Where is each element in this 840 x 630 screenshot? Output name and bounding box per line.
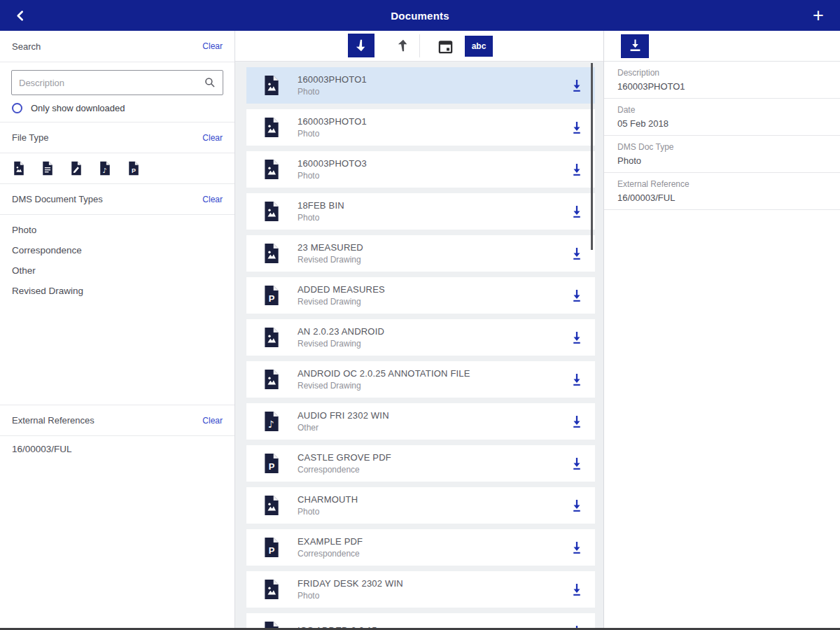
field-value: 05 Feb 2018 [617, 118, 840, 129]
document-title: ANDROID OC 2.0.25 ANNOTATION FILE [298, 368, 553, 379]
dms-type-item-other[interactable]: Other [12, 260, 223, 281]
pdf-file-icon[interactable] [127, 161, 140, 176]
calendar-icon [438, 38, 454, 55]
document-list-item[interactable]: ANDROID OC 2.0.25 ANNOTATION FILE Revise… [246, 361, 595, 398]
dms-types-section-header: DMS Document Types Clear [0, 183, 234, 215]
download-item-button[interactable] [570, 246, 584, 260]
document-text: 160003PHOTO3 Photo [298, 158, 595, 181]
file-type-icon [262, 243, 281, 264]
document-list-item[interactable]: 23 MEASURED Revised Drawing [246, 235, 595, 272]
document-list-item[interactable]: AN 2.0.23 ANDROID Revised Drawing [246, 319, 595, 356]
plus-icon: + [813, 6, 824, 25]
download-item-button[interactable] [570, 78, 584, 92]
document-title: 160003PHOTO1 [298, 74, 553, 85]
document-list-item[interactable]: CASTLE GROVE PDF Correspondence [246, 445, 595, 482]
document-list-item[interactable]: CHARMOUTH Photo [246, 487, 595, 524]
search-section-body: Description Only show downloaded [0, 62, 234, 122]
download-item-button[interactable] [570, 120, 584, 134]
only-show-downloaded-label: Only show downloaded [31, 103, 125, 113]
document-details-panel: Description 160003PHOTO1 Date 05 Feb 201… [603, 31, 840, 630]
field-value: 16/00003/FUL [617, 192, 840, 203]
radio-unchecked-icon [12, 103, 22, 113]
file-type-icon [262, 369, 281, 390]
document-list-item[interactable]: AUDIO FRI 2302 WIN Other [246, 403, 595, 440]
download-item-button[interactable] [570, 204, 584, 218]
dms-types-clear-link[interactable]: Clear [202, 195, 223, 204]
document-title: 18FEB BIN [298, 200, 553, 211]
download-item-button[interactable] [570, 288, 584, 302]
document-list-column: abc 160003PHOTO1 Photo 160003PHOTO1 Phot… [235, 31, 603, 630]
download-item-button[interactable] [570, 540, 584, 554]
dms-type-item-photo[interactable]: Photo [12, 220, 223, 240]
document-type-label: Revised Drawing [298, 297, 553, 307]
document-title: AN 2.0.23 ANDROID [298, 326, 553, 337]
scrollbar-thumb[interactable] [591, 63, 593, 250]
download-item-button[interactable] [570, 162, 584, 176]
file-type-icon [262, 579, 281, 600]
document-text: AN 2.0.23 ANDROID Revised Drawing [298, 326, 595, 349]
document-type-label: Revised Drawing [298, 381, 553, 391]
file-type-clear-link[interactable]: Clear [202, 133, 223, 143]
only-show-downloaded-toggle[interactable]: Only show downloaded [11, 103, 223, 113]
date-filter-button[interactable] [432, 34, 458, 58]
image-file-icon[interactable] [13, 161, 25, 176]
details-toolbar [604, 31, 840, 62]
dms-types-section-title: DMS Document Types [12, 194, 103, 204]
dms-type-item-revised-drawing[interactable]: Revised Drawing [12, 281, 223, 301]
field-value: Photo [617, 155, 840, 166]
external-refs-section-title: External References [12, 415, 94, 426]
external-ref-item[interactable]: 16/00003/FUL [0, 436, 234, 462]
document-text: EXAMPLE PDF Correspondence [298, 536, 595, 559]
dms-type-item-correspondence[interactable]: Correspondence [12, 240, 223, 260]
abc-label: abc [472, 41, 486, 51]
document-text: 160003PHOTO1 Photo [298, 74, 595, 97]
add-document-button[interactable]: + [804, 0, 833, 31]
field-dms-doc-type: DMS Doc Type Photo [604, 136, 840, 173]
download-item-button[interactable] [570, 582, 584, 596]
document-type-label: Revised Drawing [298, 339, 553, 349]
field-date: Date 05 Feb 2018 [604, 99, 840, 136]
document-text: 160003PHOTO1 Photo [298, 116, 595, 139]
external-refs-clear-link[interactable]: Clear [202, 416, 223, 426]
search-section-header: Search Clear [0, 31, 234, 62]
document-list-item[interactable]: 160003PHOTO3 Photo [246, 151, 595, 188]
document-list-item[interactable]: EXAMPLE PDF Correspondence [246, 529, 595, 566]
document-list-item[interactable]: ADDED MEASURES Revised Drawing [246, 277, 595, 314]
document-type-label: Correspondence [298, 465, 553, 475]
field-label: DMS Doc Type [617, 142, 840, 152]
document-file-icon[interactable] [41, 161, 54, 176]
document-list-item[interactable]: FRIDAY DESK 2302 WIN Photo [246, 571, 595, 608]
document-title: 23 MEASURED [298, 242, 553, 253]
description-search-input[interactable]: Description [11, 70, 223, 95]
document-list-item[interactable]: 160003PHOTO1 Photo [246, 109, 595, 146]
document-text: ANDROID OC 2.0.25 ANNOTATION FILE Revise… [298, 368, 595, 391]
document-title: CHARMOUTH [298, 494, 553, 505]
document-type-label: Revised Drawing [298, 255, 553, 265]
file-type-icon [262, 285, 281, 306]
sort-descending-button[interactable] [348, 34, 374, 57]
toolbar-divider [419, 34, 420, 57]
back-button[interactable] [6, 0, 35, 31]
audio-file-icon[interactable] [99, 161, 111, 176]
document-title: CASTLE GROVE PDF [298, 452, 553, 463]
download-item-button[interactable] [570, 456, 584, 470]
arrow-down-icon [354, 38, 369, 53]
drawing-file-icon[interactable] [70, 161, 83, 176]
document-list-item[interactable]: 18FEB BIN Photo [246, 193, 595, 230]
download-item-button[interactable] [570, 414, 584, 428]
document-text: CHARMOUTH Photo [298, 494, 595, 517]
search-clear-link[interactable]: Clear [202, 41, 223, 51]
file-type-icon [262, 411, 281, 432]
document-list-item[interactable]: 160003PHOTO1 Photo [246, 67, 595, 104]
download-item-button[interactable] [570, 372, 584, 386]
download-item-button[interactable] [570, 498, 584, 512]
document-list: 160003PHOTO1 Photo 160003PHOTO1 Photo 16… [235, 62, 603, 630]
download-document-button[interactable] [621, 34, 649, 58]
document-title: AUDIO FRI 2302 WIN [298, 410, 553, 421]
file-type-icon [262, 201, 281, 222]
file-type-filter-row [0, 153, 234, 183]
document-title: 160003PHOTO1 [298, 116, 553, 127]
sort-ascending-button[interactable] [390, 34, 416, 57]
alphabetical-sort-button[interactable]: abc [465, 36, 493, 57]
download-item-button[interactable] [570, 330, 584, 344]
